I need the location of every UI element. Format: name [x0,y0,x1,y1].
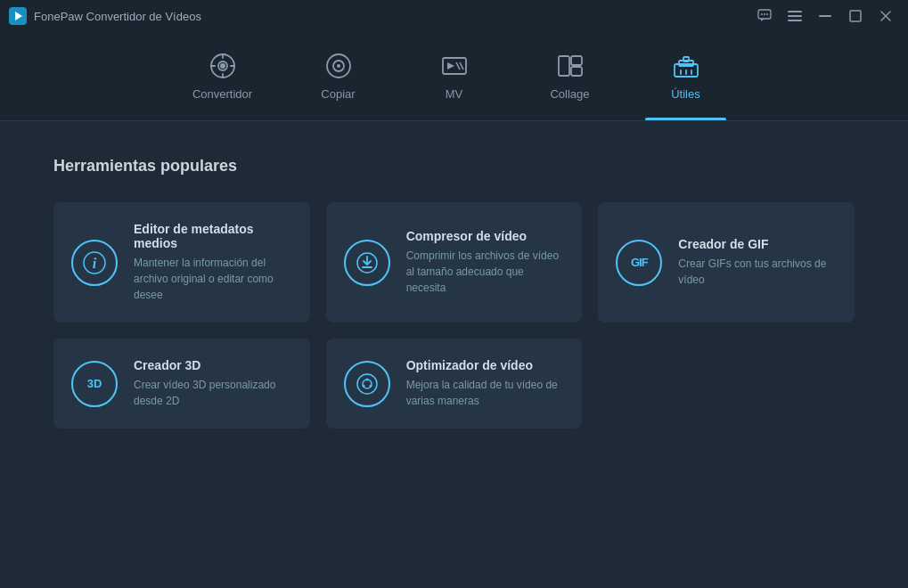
maximize-button[interactable] [842,5,869,27]
metadata-icon: i [71,240,118,286]
convertidor-icon [209,52,237,80]
gif-name: Creador de GIF [678,237,837,251]
menu-icon [788,11,802,21]
maximize-icon [849,10,862,22]
optimizer-name: Optimizador de vídeo [406,358,565,372]
3d-desc: Crear vídeo 3D personalizado desde 2D [134,377,292,409]
titlebar-controls [751,5,899,27]
tools-grid: i Editor de metadatos medios Mantener la… [53,202,855,429]
svg-point-19 [220,63,225,69]
gif-icon-circle: GIF [616,240,662,286]
metadata-desc: Mantener la información del archivo orig… [134,255,292,303]
tool-3d[interactable]: 3D Creador 3D Crear vídeo 3D personaliza… [53,339,310,429]
nav-convertidor-label: Convertidor [192,87,252,101]
main-content: Herramientas populares i Editor de metad… [0,121,908,455]
metadata-text: Editor de metadatos medios Mantener la i… [134,222,292,303]
nav-collage[interactable]: Collage [512,32,628,120]
svg-point-4 [764,13,765,15]
svg-rect-7 [788,15,802,17]
optimizer-text-block: Optimizador de vídeo Mejora la calidad d… [406,358,565,409]
close-button[interactable] [872,5,899,27]
compressor-desc: Comprimir los archivos de vídeo al tamañ… [406,248,565,296]
svg-point-42 [365,378,368,380]
gif-text: GIF [631,256,648,269]
compressor-icon [344,240,390,286]
chat-icon [757,9,772,23]
svg-rect-9 [819,15,831,17]
menu-button[interactable] [781,5,808,27]
svg-point-3 [761,13,763,15]
svg-point-22 [337,64,340,68]
svg-rect-31 [683,57,689,61]
utiles-icon [672,52,700,80]
svg-point-43 [369,384,372,387]
minimize-icon [819,15,831,17]
tool-metadata[interactable]: i Editor de metadatos medios Mantener la… [53,202,310,323]
tool-gif[interactable]: GIF Creador de GIF Crear GIFs con tus ar… [598,202,855,323]
palette-icon [356,372,379,396]
compressor-name: Compresor de vídeo [406,229,565,243]
svg-point-5 [766,13,768,15]
titlebar-left: FonePaw Convertidor de Vídeos [9,7,201,25]
chat-button[interactable] [751,5,778,27]
section-title: Herramientas populares [53,157,855,176]
3d-name: Creador 3D [134,358,292,372]
nav-utiles-label: Útiles [671,87,700,101]
svg-rect-8 [788,20,802,21]
info-icon: i [82,250,107,275]
gif-text-block: Creador de GIF Crear GIFs con tus archiv… [678,237,837,288]
metadata-name: Editor de metadatos medios [134,222,292,250]
svg-rect-27 [571,56,582,65]
svg-point-44 [362,384,364,387]
compress-icon [356,251,379,274]
navbar: Convertidor Copiar MV Collage [0,32,908,121]
empty-slot [598,339,855,429]
tool-optimizer[interactable]: Optimizador de vídeo Mejora la calidad d… [326,339,583,429]
3d-text: 3D [87,377,102,390]
nav-collage-label: Collage [550,87,589,101]
app-logo-icon [9,7,27,25]
nav-utiles[interactable]: Útiles [628,32,744,120]
3d-text-block: Creador 3D Crear vídeo 3D personalizado … [134,358,292,409]
svg-rect-10 [850,11,861,21]
gif-desc: Crear GIFs con tus archivos de vídeo [678,256,837,288]
3d-icon-circle: 3D [71,361,118,407]
nav-copiar[interactable]: Copiar [281,32,397,120]
svg-point-40 [357,374,377,394]
nav-mv-label: MV [446,87,463,101]
nav-mv[interactable]: MV [397,32,512,120]
titlebar: FonePaw Convertidor de Vídeos [0,0,908,32]
mv-icon [440,52,469,80]
svg-line-24 [456,62,460,69]
svg-rect-6 [788,11,802,12]
nav-convertidor[interactable]: Convertidor [165,32,281,120]
close-icon [880,11,891,21]
optimizer-icon [344,361,390,407]
tool-compressor[interactable]: Compresor de vídeo Comprimir los archivo… [326,202,583,323]
svg-rect-26 [559,56,569,76]
nav-copiar-label: Copiar [321,87,355,101]
app-title: FonePaw Convertidor de Vídeos [34,10,201,23]
optimizer-desc: Mejora la calidad de tu vídeo de varias … [406,377,565,409]
svg-rect-28 [571,67,582,76]
compressor-text: Compresor de vídeo Comprimir los archivo… [406,229,565,296]
svg-line-25 [460,62,463,69]
minimize-button[interactable] [812,5,838,27]
svg-text:i: i [93,256,97,271]
collage-icon [556,52,585,80]
copiar-icon [324,52,353,80]
